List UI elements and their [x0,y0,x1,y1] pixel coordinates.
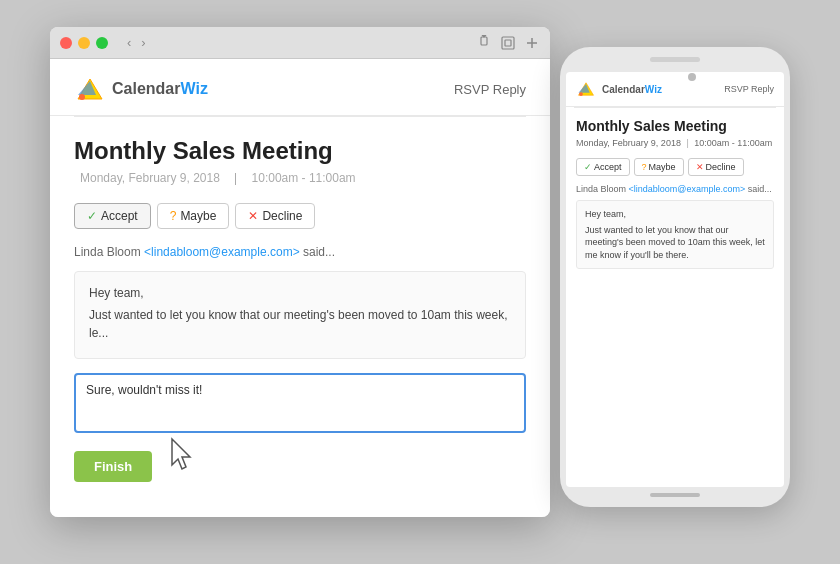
accept-button[interactable]: ✓ Accept [74,203,151,229]
phone-event-date: Monday, February 9, 2018 | 10:00am - 11:… [576,138,774,148]
checkmark-icon: ✓ [87,209,97,223]
minimize-button[interactable] [78,37,90,49]
sender-email: <lindabloom@example.com> [144,245,300,259]
finish-button[interactable]: Finish [74,451,152,482]
svg-rect-2 [505,40,511,46]
phone-screen: CalendarWiz RSVP Reply Monthly Sales Mee… [566,72,784,487]
decline-button[interactable]: ✕ Decline [235,203,315,229]
sender-info: Linda Bloom <lindabloom@example.com> sai… [74,245,526,259]
phone-speaker [650,57,700,62]
email-body: Monthly Sales Meeting Monday, February 9… [50,117,550,502]
event-date: Monday, February 9, 2018 10:00am - 11:00… [74,171,526,185]
browser-window: ‹ › [50,27,550,517]
phone-sender-email: <lindabloom@example.com> [629,184,746,194]
x-icon: ✕ [248,209,258,223]
phone-email-body: Monthly Sales Meeting Monday, February 9… [566,108,784,279]
phone-logo-icon [576,80,596,98]
logo-icon [74,75,106,103]
phone-camera [688,73,696,81]
svg-point-7 [79,94,85,100]
phone-event-title: Monthly Sales Meeting [576,118,774,134]
browser-titlebar: ‹ › [50,27,550,59]
browser-toolbar-right [476,35,540,51]
phone-maybe-button[interactable]: ? Maybe [634,158,684,176]
phone-rsvp-label: RSVP Reply [724,84,774,94]
maximize-button[interactable] [96,37,108,49]
event-title: Monthly Sales Meeting [74,137,526,165]
phone-question-icon: ? [642,162,647,172]
scene: ‹ › [20,17,820,547]
close-button[interactable] [60,37,72,49]
forward-button[interactable]: › [138,35,148,50]
date-time-divider [235,173,236,185]
original-message: Hey team, Just wanted to let you know th… [74,271,526,359]
phone-logo-text: CalendarWiz [602,84,662,95]
logo-text: CalendarWiz [112,80,208,98]
maybe-button[interactable]: ? Maybe [157,203,230,229]
phone-home-bar [650,493,700,497]
question-icon: ? [170,209,177,223]
svg-rect-1 [502,37,514,49]
browser-dots [60,37,108,49]
fullscreen-icon[interactable] [500,35,516,51]
phone-decline-button[interactable]: ✕ Decline [688,158,744,176]
phone-rsvp-buttons: ✓ Accept ? Maybe ✕ Decline [576,158,774,176]
phone-email-header: CalendarWiz RSVP Reply [566,72,784,107]
phone-checkmark-icon: ✓ [584,162,592,172]
phone-x-icon: ✕ [696,162,704,172]
phone-sender-info: Linda Bloom <lindabloom@example.com> sai… [576,184,774,194]
phone-accept-button[interactable]: ✓ Accept [576,158,630,176]
browser-content: CalendarWiz RSVP Reply Monthly Sales Mee… [50,59,550,517]
browser-nav: ‹ › [124,35,149,50]
phone-logo-area: CalendarWiz [576,80,662,98]
rsvp-buttons: ✓ Accept ? Maybe ✕ Decline [74,203,526,229]
email-header: CalendarWiz RSVP Reply [50,59,550,116]
reply-textarea[interactable]: Sure, wouldn't miss it! [74,373,526,433]
logo-area: CalendarWiz [74,75,208,103]
back-button[interactable]: ‹ [124,35,134,50]
mobile-phone: CalendarWiz RSVP Reply Monthly Sales Mee… [560,47,790,507]
share-icon[interactable] [476,35,492,51]
add-tab-icon[interactable] [524,35,540,51]
svg-rect-0 [481,37,487,45]
phone-original-message: Hey team, Just wanted to let you know th… [576,200,774,269]
rsvp-reply-label: RSVP Reply [454,82,526,97]
svg-point-11 [579,92,583,96]
